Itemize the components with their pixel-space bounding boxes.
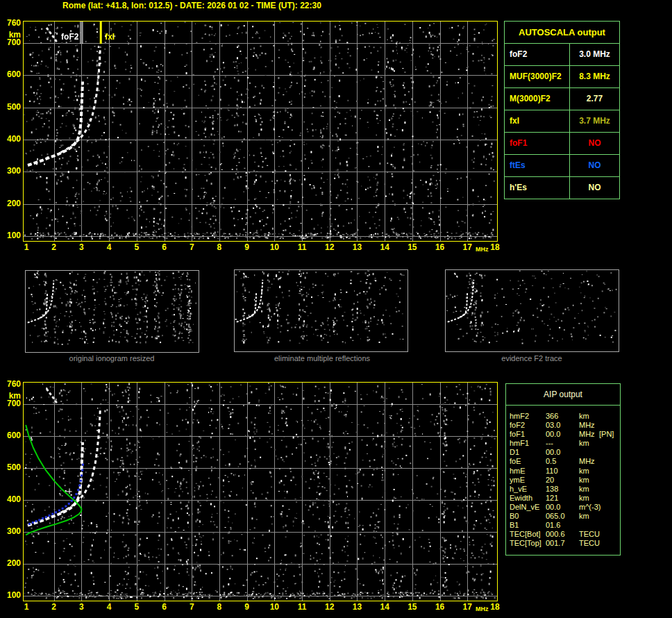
aip-param-extra <box>599 476 620 485</box>
y-axis-unit-label: km <box>0 392 21 401</box>
autoscala-row: foF1NO <box>505 133 619 155</box>
aip-row: hmE110km <box>510 467 620 476</box>
thumbnail-eliminate-reflections <box>234 269 408 352</box>
aip-param-unit: km <box>579 512 599 521</box>
aip-param-name: B0 <box>510 512 546 521</box>
aip-param-unit: km <box>579 412 599 421</box>
y-axis-tick-label: 400 <box>0 495 21 504</box>
y-axis-tick-label: 500 <box>0 103 21 112</box>
x-axis-tick-label: 1 <box>24 602 29 612</box>
aip-param-unit: m^(-3) <box>579 503 599 512</box>
aip-param-name: DelN_vE <box>510 503 546 512</box>
aip-row: B0065.0km <box>510 512 620 521</box>
y-axis-tick-label: 500 <box>0 463 21 472</box>
x-axis-tick-label: 3 <box>79 242 84 252</box>
aip-param-unit: km <box>579 485 599 494</box>
aip-param-extra <box>599 503 620 512</box>
aip-param-unit: MHz <box>579 430 599 439</box>
autoscala-param-value: NO <box>570 133 619 154</box>
aip-row: hmF1---km <box>510 439 620 448</box>
y-axis-tick-label: 760 <box>0 19 21 28</box>
autoscala-output-screen: { "header": { "title": "Rome (lat: +41.8… <box>0 0 672 618</box>
aip-param-name: hmF2 <box>510 412 546 421</box>
x-axis-tick-label: 6 <box>162 242 167 252</box>
y-axis-tick-label: 300 <box>0 527 21 536</box>
autoscala-param-value: 3.7 MHz <box>570 110 619 132</box>
top-ionogram-plot <box>23 21 498 242</box>
aip-param-unit <box>579 448 599 457</box>
aip-param-value: 00.0 <box>546 430 579 439</box>
aip-param-name: hmF1 <box>510 439 546 448</box>
x-axis-tick-label: 4 <box>107 242 112 252</box>
thumbnail-original-ionogram <box>25 270 199 353</box>
x-axis-tick-label: 12 <box>325 602 334 612</box>
aip-row: foE0.5MHz <box>510 457 620 466</box>
aip-param-extra <box>599 530 620 539</box>
aip-param-value: 110 <box>546 467 579 476</box>
autoscala-param-label: M(3000)F2 <box>505 88 570 110</box>
aip-param-unit: MHz <box>579 421 599 430</box>
x-axis-unit-label: MHz <box>476 246 489 253</box>
aip-row: foF100.0MHz[PN] <box>510 430 620 439</box>
aip-output-table: AIP output hmF2366kmfoF203.0MHzfoF100.0M… <box>505 383 621 556</box>
y-axis-tick-label: 200 <box>0 199 21 208</box>
x-axis-tick-label: 2 <box>51 602 56 612</box>
autoscala-row: h'EsNO <box>505 177 619 199</box>
aip-param-name: foF2 <box>510 421 546 430</box>
autoscala-param-value: 3.0 MHz <box>570 44 619 65</box>
y-axis-tick-label: 600 <box>0 70 21 79</box>
aip-param-extra <box>599 494 620 503</box>
y-axis-tick-label: 200 <box>0 559 21 568</box>
aip-param-name: TEC[Top] <box>510 539 546 548</box>
aip-param-value: 001.7 <box>546 539 579 548</box>
y-axis-tick-label: 400 <box>0 135 21 144</box>
x-axis-tick-label: 7 <box>190 602 194 612</box>
aip-param-name: D1 <box>510 448 546 457</box>
aip-table-body: hmF2366kmfoF203.0MHzfoF100.0MHz[PN]hmF1-… <box>506 406 620 548</box>
aip-row: B101.6 <box>510 521 620 530</box>
aip-row: D100.0 <box>510 448 620 457</box>
thumbnail-evidence-f2 <box>445 269 619 352</box>
x-axis-tick-label: 14 <box>380 242 389 252</box>
aip-param-extra <box>599 467 620 476</box>
bottom-ionogram-canvas <box>24 383 497 601</box>
x-axis-tick-label: 14 <box>380 602 389 612</box>
aip-row: ymE20km <box>510 476 620 485</box>
aip-param-value: 01.6 <box>546 521 579 530</box>
x-axis-tick-label: 13 <box>353 242 362 252</box>
aip-row: DelN_vE00.0m^(-3) <box>510 503 620 512</box>
aip-param-value: --- <box>546 439 579 448</box>
aip-param-unit: km <box>579 467 599 476</box>
aip-param-value: 0.5 <box>546 457 579 466</box>
x-axis-tick-label: 9 <box>244 242 249 252</box>
aip-param-value: 20 <box>546 476 579 485</box>
marker-label-foF2: foF2 <box>61 32 78 42</box>
aip-param-extra <box>599 439 620 448</box>
y-axis-tick-label: 600 <box>0 431 21 440</box>
x-axis-tick-label: 5 <box>134 602 139 612</box>
x-axis-tick-label: 16 <box>435 602 444 612</box>
autoscala-param-label: MUF(3000)F2 <box>505 66 570 87</box>
x-axis-tick-label: 12 <box>325 242 334 252</box>
autoscala-row: ftEsNO <box>505 155 619 177</box>
aip-param-extra <box>599 448 620 457</box>
aip-param-value: 138 <box>546 485 579 494</box>
autoscala-param-label: foF2 <box>505 44 570 65</box>
y-axis-tick-label: 100 <box>0 591 21 600</box>
x-axis-tick-label: 11 <box>298 602 307 612</box>
thumbnail-original-canvas <box>26 271 199 349</box>
aip-param-name: ymE <box>510 476 546 485</box>
autoscala-row: fxI3.7 MHz <box>505 110 619 133</box>
aip-param-unit: km <box>579 476 599 485</box>
marker-label-fxI: fxI <box>105 32 115 42</box>
x-axis-tick-label: 17 <box>463 242 472 252</box>
autoscala-param-value: 8.3 MHz <box>570 66 619 87</box>
aip-param-name: foE <box>510 457 546 466</box>
aip-param-extra: [PN] <box>599 430 620 439</box>
y-axis-unit-label: km <box>0 31 21 40</box>
aip-param-extra <box>599 412 620 421</box>
autoscala-row: M(3000)F22.77 <box>505 88 619 110</box>
autoscala-param-label: h'Es <box>505 177 570 199</box>
aip-param-extra <box>599 457 620 466</box>
x-axis-tick-label: 6 <box>162 602 167 612</box>
